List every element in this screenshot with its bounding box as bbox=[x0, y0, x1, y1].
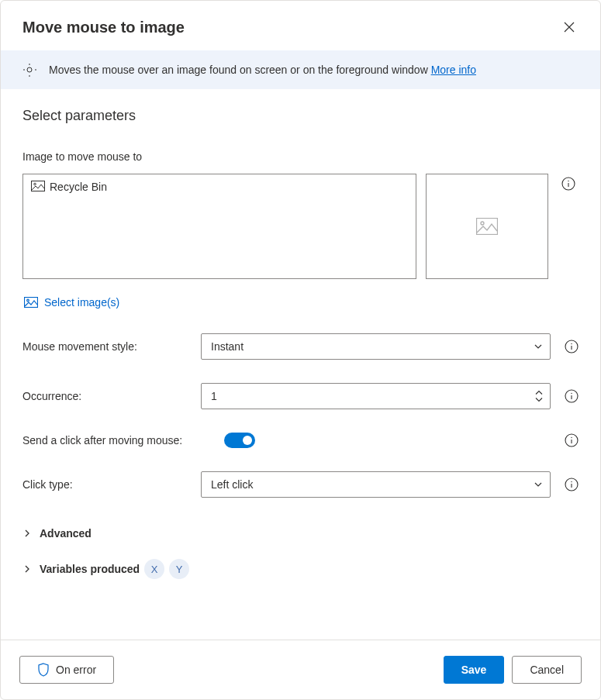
cancel-button[interactable]: Cancel bbox=[512, 656, 582, 684]
click-type-value: Left click bbox=[211, 478, 253, 491]
cancel-label: Cancel bbox=[530, 664, 564, 676]
svg-point-12 bbox=[571, 393, 572, 394]
svg-rect-3 bbox=[477, 219, 498, 235]
variable-badge-y[interactable]: Y bbox=[169, 559, 189, 579]
image-field-label: Image to move mouse to bbox=[22, 150, 579, 163]
dialog-footer: On error Save Cancel bbox=[1, 640, 600, 699]
chevron-down-icon bbox=[534, 397, 544, 403]
variables-expander-row: Variables produced X Y bbox=[22, 557, 579, 581]
svg-point-8 bbox=[27, 299, 29, 302]
more-info-link[interactable]: More info bbox=[431, 64, 476, 76]
dialog-title: Move mouse to image bbox=[22, 19, 185, 36]
info-icon[interactable] bbox=[565, 478, 579, 491]
image-preview[interactable] bbox=[426, 174, 548, 279]
select-images-label: Select image(s) bbox=[44, 296, 119, 309]
advanced-label: Advanced bbox=[40, 527, 92, 540]
movement-style-select[interactable]: Instant bbox=[201, 333, 551, 360]
svg-point-6 bbox=[568, 181, 568, 181]
movement-style-value: Instant bbox=[211, 340, 244, 353]
on-error-button[interactable]: On error bbox=[19, 656, 114, 684]
svg-point-14 bbox=[571, 437, 572, 438]
svg-point-0 bbox=[27, 67, 32, 72]
svg-point-16 bbox=[571, 481, 572, 482]
image-selection-row: Recycle Bin bbox=[22, 174, 579, 279]
occurrence-input[interactable]: 1 bbox=[201, 383, 551, 409]
movement-style-row: Mouse movement style: Instant bbox=[22, 333, 579, 360]
dialog-content: Select parameters Image to move mouse to… bbox=[1, 89, 600, 640]
movement-style-label: Mouse movement style: bbox=[22, 340, 201, 353]
info-bar: Moves the mouse over an image found on s… bbox=[1, 50, 600, 89]
image-icon bbox=[31, 181, 45, 191]
click-type-select[interactable]: Left click bbox=[201, 471, 551, 498]
chevron-right-icon bbox=[22, 529, 32, 538]
variable-badge-x[interactable]: X bbox=[144, 559, 164, 579]
save-button[interactable]: Save bbox=[444, 656, 505, 684]
chevron-down-icon bbox=[533, 479, 544, 490]
send-click-row: Send a click after moving mouse: bbox=[22, 433, 579, 448]
image-listbox[interactable]: Recycle Bin bbox=[22, 174, 416, 279]
image-icon bbox=[24, 297, 38, 308]
placeholder-image-icon bbox=[476, 218, 498, 235]
dialog-header: Move mouse to image bbox=[1, 1, 600, 50]
save-label: Save bbox=[461, 664, 487, 676]
close-icon bbox=[564, 22, 575, 33]
info-icon[interactable] bbox=[565, 340, 579, 353]
info-icon[interactable] bbox=[561, 177, 575, 191]
occurrence-value: 1 bbox=[211, 390, 217, 402]
target-icon bbox=[22, 63, 36, 77]
advanced-expander-row: Advanced bbox=[22, 521, 579, 546]
select-images-button[interactable]: Select image(s) bbox=[22, 291, 121, 313]
variables-label: Variables produced bbox=[40, 563, 140, 575]
svg-point-2 bbox=[34, 183, 36, 185]
chevron-right-icon bbox=[22, 564, 32, 574]
send-click-toggle[interactable] bbox=[224, 433, 255, 448]
info-icon[interactable] bbox=[565, 389, 579, 403]
svg-point-10 bbox=[571, 343, 572, 344]
number-spinner[interactable] bbox=[534, 390, 544, 403]
send-click-label: Send a click after moving mouse: bbox=[22, 434, 224, 447]
occurrence-row: Occurrence: 1 bbox=[22, 383, 579, 409]
occurrence-label: Occurrence: bbox=[22, 390, 201, 402]
variables-expander[interactable]: Variables produced bbox=[22, 557, 140, 581]
click-type-label: Click type: bbox=[22, 478, 201, 491]
advanced-expander[interactable]: Advanced bbox=[22, 521, 92, 546]
info-icon[interactable] bbox=[565, 433, 579, 447]
close-button[interactable] bbox=[557, 15, 582, 40]
info-text-container: Moves the mouse over an image found on s… bbox=[49, 64, 476, 76]
shield-icon bbox=[37, 663, 50, 677]
on-error-label: On error bbox=[56, 664, 96, 676]
click-type-row: Click type: Left click bbox=[22, 471, 579, 498]
info-text: Moves the mouse over an image found on s… bbox=[49, 64, 431, 76]
image-item-label: Recycle Bin bbox=[50, 181, 107, 193]
svg-point-4 bbox=[481, 222, 484, 225]
chevron-down-icon bbox=[533, 341, 544, 352]
section-title: Select parameters bbox=[22, 108, 579, 124]
footer-actions: Save Cancel bbox=[444, 656, 582, 684]
chevron-up-icon bbox=[534, 390, 544, 396]
